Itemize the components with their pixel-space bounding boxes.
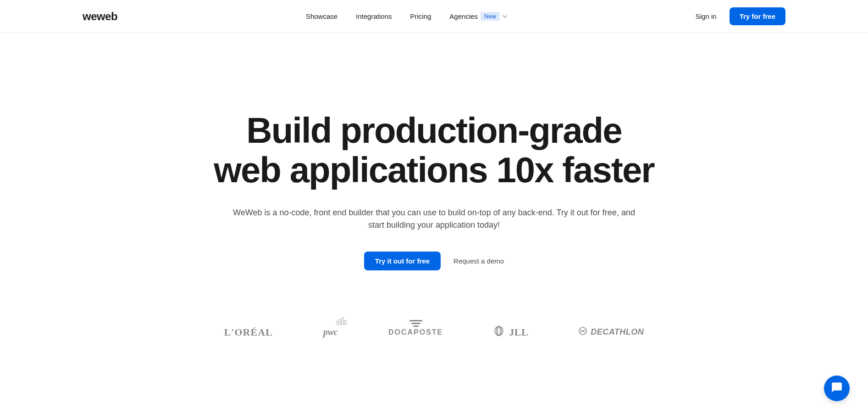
hero-section: Build production-grade web applications … (182, 33, 686, 298)
jll-globe-icon (493, 325, 504, 339)
svg-rect-1 (339, 320, 341, 325)
logo[interactable]: weweb (83, 10, 117, 23)
docaposte-lines-icon (409, 320, 422, 327)
svg-point-5 (496, 326, 502, 336)
pwc-logo: pwc (323, 327, 338, 337)
request-demo-button[interactable]: Request a demo (453, 257, 504, 265)
svg-rect-3 (344, 320, 346, 325)
svg-rect-2 (342, 318, 343, 325)
try-free-button[interactable]: Try for free (730, 7, 785, 25)
svg-rect-0 (336, 321, 338, 325)
pwc-building-icon (336, 317, 347, 327)
jll-text: JLL (509, 326, 528, 338)
nav-integrations[interactable]: Integrations (356, 12, 392, 20)
site-header: weweb Showcase Integrations Pricing Agen… (0, 0, 868, 33)
jll-logo: JLL (493, 325, 528, 339)
hero-subtitle: WeWeb is a no-code, front end builder th… (228, 207, 641, 231)
header-actions: Sign in Try for free (696, 7, 785, 25)
decathlon-ball-icon (579, 327, 587, 337)
decathlon-text: DECATHLON (591, 327, 644, 337)
svg-point-4 (498, 326, 500, 336)
nav-agencies[interactable]: Agencies New (449, 12, 507, 21)
nav-pricing[interactable]: Pricing (410, 12, 431, 20)
decathlon-logo: DECATHLON (579, 327, 644, 337)
chevron-down-icon (503, 14, 507, 19)
new-badge: New (481, 12, 500, 21)
hero-actions: Try it out for free Request a demo (191, 252, 677, 270)
hero-title-line2: web applications 10x faster (214, 150, 654, 190)
nav-agencies-label: Agencies (449, 12, 478, 20)
main-nav: Showcase Integrations Pricing Agencies N… (306, 12, 507, 21)
nav-showcase[interactable]: Showcase (306, 12, 337, 20)
try-it-out-button[interactable]: Try it out for free (364, 252, 441, 270)
docaposte-logo: DOCAPOSTE (388, 328, 443, 336)
loreal-logo: L'ORÉAL (224, 326, 273, 338)
hero-title-line1: Build production-grade (246, 110, 621, 151)
hero-title: Build production-grade web applications … (191, 111, 677, 190)
svg-point-7 (579, 327, 586, 335)
sign-in-link[interactable]: Sign in (696, 12, 717, 20)
customer-logos: L'ORÉAL pwc DOCAPOSTE JLL (159, 298, 709, 358)
pwc-text: pwc (323, 327, 338, 337)
docaposte-text: DOCAPOSTE (388, 328, 443, 336)
